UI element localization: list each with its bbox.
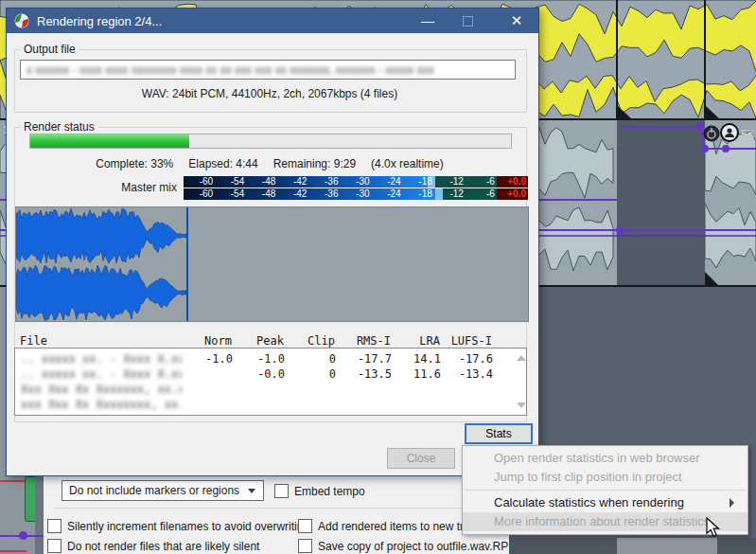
track-divider: [35, 476, 44, 554]
fx-label[interactable]: FX: [741, 128, 755, 139]
meter-tick-label: -54: [215, 176, 246, 188]
menu-item-open-browser[interactable]: Open render statistics in web browser: [463, 449, 747, 468]
meter-tick-label: -6: [466, 188, 497, 200]
envelope-point[interactable]: [616, 226, 624, 234]
render-settings-panel: Do not include markers or regions Embed …: [44, 476, 509, 554]
meter-tick-label: +0.0: [497, 188, 528, 200]
col-lufs[interactable]: LUFS-I: [440, 334, 492, 348]
menu-item-calc-stats[interactable]: Calculate statistics when rendering: [463, 493, 747, 512]
checkbox-icon[interactable]: [298, 519, 312, 533]
realtime-factor: (4.0x realtime): [371, 157, 444, 170]
silently-increment-checkbox[interactable]: Silently increment filenames to avoid ov…: [47, 519, 331, 533]
output-file-path-field[interactable]: x xxxxxx - xxxx xxxx xxxxxxxx xxxx xx xx…: [20, 60, 516, 80]
checkbox-icon[interactable]: [47, 519, 62, 533]
envelope-point[interactable]: [701, 145, 709, 152]
mouse-cursor: [706, 517, 721, 538]
clip-value: 0: [285, 351, 336, 366]
timeline-marker-line: [0, 480, 26, 482]
lufs-value: -13.4: [441, 366, 493, 382]
menu-item-jump-first-clip[interactable]: Jump to first clip position in project: [463, 468, 747, 487]
checkbox-label: Do not render files that are likely sile…: [67, 540, 259, 553]
col-lra[interactable]: LRA: [391, 334, 440, 348]
meter-tick-label: -12: [434, 188, 466, 200]
output-file-group-label: Output file: [20, 43, 79, 56]
meter-tick-label: -36: [308, 188, 340, 200]
markers-regions-dropdown[interactable]: Do not include markers or regions: [62, 480, 264, 501]
envelope-power-icon[interactable]: [704, 126, 719, 141]
col-rms[interactable]: RMS-I: [335, 334, 391, 348]
close-button[interactable]: Close: [387, 448, 455, 469]
render-progress-dialog: Rendering region 2/4... — ✕ Output file …: [6, 8, 539, 476]
clip-value: 0: [285, 366, 336, 382]
stats-table-header: File Norm Peak Clip RMS-I LRA LUFS-I: [20, 334, 512, 348]
meter-tick-label: -48: [246, 176, 277, 188]
meter-tick-label: -12: [434, 176, 466, 188]
save-copy-checkbox[interactable]: Save copy of project to outfile.wav.RPP: [298, 539, 544, 553]
remaining-time: Remaining: 9:29: [273, 157, 356, 170]
progress-fill: [30, 134, 189, 148]
table-row[interactable]: .. xxxxx xx. - Xxxx X.xxx -1.0 -1.0 0 -1…: [21, 351, 526, 366]
norm-value: [182, 366, 233, 382]
render-status-line: Complete: 33% Elapsed: 4:44 Remaining: 9…: [14, 157, 525, 170]
col-peak[interactable]: Peak: [232, 334, 284, 348]
submenu-arrow-icon: [730, 498, 734, 508]
dialog-titlebar[interactable]: Rendering region 2/4... — ✕: [7, 9, 538, 33]
meter-tick-label: -18: [403, 188, 434, 200]
dialog-title: Rendering region 2/4...: [37, 14, 162, 28]
checkbox-icon[interactable]: [274, 484, 289, 498]
timeline-marker-line: [0, 550, 26, 552]
checkbox-icon[interactable]: [47, 539, 62, 553]
meter-tick-label: -42: [277, 188, 308, 200]
rms-value: -13.5: [336, 366, 392, 382]
scroll-up-icon[interactable]: [517, 355, 526, 361]
maximize-icon: [463, 16, 473, 27]
menu-separator: [465, 490, 746, 491]
list-scrollbar[interactable]: [514, 349, 526, 414]
elapsed-time: Elapsed: 4:44: [188, 157, 257, 170]
table-row[interactable]: Xxx Xxx Xx Xxxxxxx, xx.xx: [21, 382, 526, 397]
stats-file-list[interactable]: .. xxxxx xx. - Xxxx X.xxx -1.0 -1.0 0 -1…: [14, 348, 527, 416]
checkbox-icon[interactable]: [298, 539, 312, 553]
dropdown-value: Do not include markers or regions: [69, 484, 239, 497]
chevron-down-icon: [248, 489, 255, 493]
envelope-arm-icon[interactable]: [721, 124, 738, 141]
meter-tick-label: -36: [308, 176, 340, 188]
col-clip[interactable]: Clip: [284, 334, 335, 348]
lufs-value: -17.6: [441, 351, 493, 366]
file-name: Xxx Xxx Xx Xxxxxxx, xx.xx: [21, 382, 182, 397]
checkbox-label: Embed tempo: [294, 485, 365, 498]
scroll-down-icon[interactable]: [517, 402, 526, 408]
table-row[interactable]: .. xxxxx xx. - Xxxx X.xxx -0.0 0 -13.5 1…: [21, 366, 526, 382]
lra-value: 14.1: [392, 351, 441, 366]
reaper-logo-icon: [14, 13, 29, 28]
minimize-button[interactable]: —: [412, 9, 444, 33]
file-name: .. xxxxx xx. - Xxxx X.xxx: [21, 366, 182, 382]
master-mix-label: Master mix: [63, 181, 177, 194]
menu-item-more-info[interactable]: More information about render statistics: [463, 512, 747, 531]
peak-value: -1.0: [233, 351, 285, 366]
meter-tick-label: -54: [215, 188, 246, 200]
peak-value: -0.0: [233, 366, 285, 382]
render-format-info: WAV: 24bit PCM, 44100Hz, 2ch, 2067kbps (…: [7, 87, 533, 100]
meter-tick-label: -24: [372, 188, 403, 200]
envelope-point[interactable]: [722, 145, 730, 152]
maximize-button[interactable]: [451, 9, 483, 33]
render-cursor: [186, 207, 188, 321]
scrollbar-thumb[interactable]: [617, 538, 717, 554]
envelope-point[interactable]: [696, 123, 704, 131]
file-name: xxx Xxx Xx Xxxxxxxx, xx.xx: [21, 397, 182, 412]
stats-button[interactable]: Stats: [465, 423, 533, 444]
col-file[interactable]: File: [20, 334, 181, 348]
envelope-point[interactable]: [19, 531, 27, 540]
meter-tick-label: -48: [246, 188, 277, 200]
close-window-button[interactable]: ✕: [501, 9, 533, 33]
timeline-block: [509, 538, 617, 554]
table-row[interactable]: xxx Xxx Xx Xxxxxxxx, xx.xx: [21, 397, 526, 412]
meter-tick-label: -18: [403, 176, 434, 188]
file-name: .. xxxxx xx. - Xxxx X.xxx: [21, 351, 182, 366]
no-silent-files-checkbox[interactable]: Do not render files that are likely sile…: [47, 539, 331, 553]
groupbox-border: [53, 508, 505, 509]
meter-tick-label: -60: [184, 188, 215, 200]
meter-tick-label: -42: [277, 176, 308, 188]
col-norm[interactable]: Norm: [181, 334, 232, 348]
